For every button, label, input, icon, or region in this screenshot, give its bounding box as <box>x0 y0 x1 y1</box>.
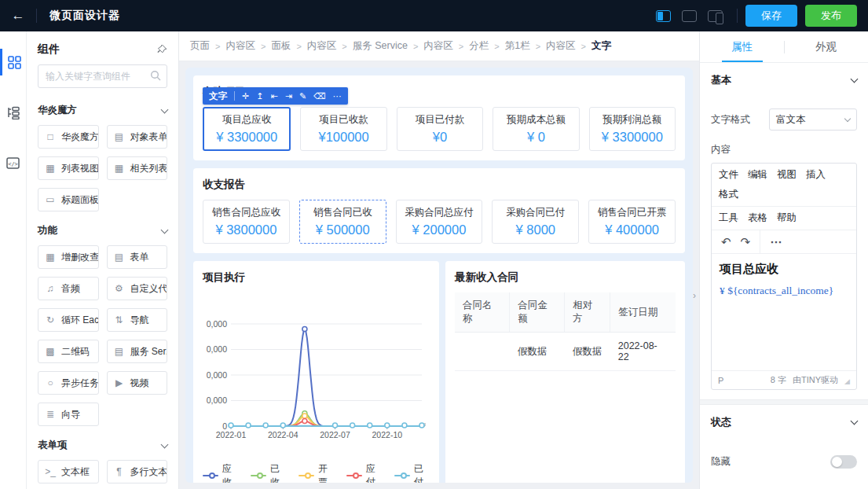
breadcrumb-item[interactable]: 内容区 <box>225 39 255 53</box>
page-surface[interactable]: 在建项目 文字 ✛↥⇤⇥✎⌫⋯ 项目总应收¥ 3300000项目已收款¥1000… <box>185 68 693 483</box>
editor-menu-item[interactable]: 表格 <box>744 209 771 227</box>
breadcrumb-item[interactable]: 内容区 <box>423 39 453 53</box>
stat-card[interactable]: 采购合同总应付¥ 200000 <box>396 200 483 244</box>
editor-menu-item[interactable]: 文件 <box>715 166 742 184</box>
project-execution-chart-panel[interactable]: 项目执行 0,0000,0000,0000,00002022-012022-04… <box>193 261 439 483</box>
component-item[interactable]: ≣向导 <box>38 403 99 426</box>
components-icon[interactable] <box>0 49 27 75</box>
redo-icon[interactable]: ↷ <box>741 236 751 248</box>
basic-section-header[interactable]: 基本 <box>700 63 868 97</box>
inspector-panel: 属性 外观 基本 文字格式 富文本 内容 文件编辑视图插入格式 工具表格帮助 ↶… <box>699 31 868 489</box>
back-arrow-icon[interactable]: ← <box>0 8 36 24</box>
stat-card[interactable]: 销售合同总应收¥ 3800000 <box>203 200 290 244</box>
search-input[interactable] <box>38 64 167 88</box>
component-item[interactable]: ▶视频 <box>107 371 168 395</box>
save-button[interactable]: 保存 <box>745 5 797 27</box>
code-icon[interactable]: </> <box>0 149 27 176</box>
component-item[interactable]: ▦相关列表 <box>107 156 168 180</box>
section-gap <box>700 399 868 405</box>
stat-card[interactable]: 项目已收款¥100000 <box>300 107 386 151</box>
insert-after-icon[interactable]: ⇥ <box>285 92 292 101</box>
editor-menu-item[interactable]: 插入 <box>802 166 830 184</box>
tab-properties[interactable]: 属性 <box>700 31 784 62</box>
component-item[interactable]: ▤对象表单 <box>107 125 168 149</box>
editor-menu-item[interactable]: 格式 <box>715 186 742 204</box>
breadcrumb-item[interactable]: 页面 <box>190 39 210 53</box>
component-item[interactable]: □华炎魔方... <box>38 125 99 149</box>
stat-card-value: ¥ 200000 <box>412 222 467 237</box>
component-item[interactable]: ¶多行文本框 <box>107 460 168 483</box>
stat-card[interactable]: 项目总应收¥ 3300000 <box>203 107 291 151</box>
legend-item[interactable]: 已收 <box>251 462 286 483</box>
editor-content-area[interactable]: 项目总应收 ¥ ${contracts_all_income} <box>712 254 856 370</box>
stat-card-label: 项目已付款 <box>416 113 465 127</box>
editor-more-icon[interactable]: ⋯ <box>760 235 792 249</box>
editor-menu-item[interactable]: 帮助 <box>773 209 800 227</box>
stat-card[interactable]: 预期利润总额¥ 3300000 <box>589 107 676 151</box>
breadcrumb-item[interactable]: 服务 Service <box>353 39 408 53</box>
component-item[interactable]: >_文本框 <box>38 460 99 483</box>
resize-grip-icon[interactable]: ◢ <box>844 377 850 385</box>
select-parent-icon[interactable]: ↥ <box>256 92 263 101</box>
more-icon[interactable]: ⋯ <box>333 92 342 101</box>
editor-menu-item[interactable]: 工具 <box>715 209 742 227</box>
stat-card[interactable]: 销售合同已开票¥ 400000 <box>588 200 676 244</box>
breadcrumb-separator: > <box>581 42 586 51</box>
legend-item[interactable]: 开票 <box>298 462 334 483</box>
legend-item[interactable]: 应付 <box>346 462 382 483</box>
component-item[interactable]: ▭标题面板 <box>38 188 99 211</box>
async-task-icon: ○ <box>45 377 56 388</box>
fullscreen-view-icon[interactable] <box>682 10 697 22</box>
component-item[interactable]: ▩二维码 <box>38 340 99 363</box>
pin-icon[interactable] <box>157 45 167 55</box>
text-format-select[interactable]: 富文本 <box>769 108 857 131</box>
editor-content-formula: ¥ ${contracts_all_income} <box>720 285 848 297</box>
editor-menu-item[interactable]: 编辑 <box>744 166 771 184</box>
state-section-header[interactable]: 状态 <box>700 405 868 439</box>
publish-button[interactable]: 发布 <box>805 5 857 27</box>
component-item[interactable]: ▤表单 <box>107 245 168 269</box>
desktop-split-view-icon[interactable] <box>656 10 671 22</box>
tab-appearance[interactable]: 外观 <box>784 31 868 62</box>
latest-contracts-table-panel[interactable]: 最新收入合同 合同名称合同金额相对方签订日期 假数据假数据2022-08-22 <box>445 261 685 483</box>
legend-item[interactable]: 应收 <box>203 462 238 483</box>
mobile-view-icon[interactable] <box>708 10 723 22</box>
undo-icon[interactable]: ↶ <box>721 236 731 248</box>
drag-move-icon[interactable]: ✛ <box>242 92 249 101</box>
breadcrumb-item[interactable]: 第1栏 <box>505 39 530 53</box>
component-item[interactable]: ⇅导航 <box>107 308 168 332</box>
stat-card[interactable]: 项目已付款¥0 <box>397 107 483 151</box>
legend-item[interactable]: 已付 <box>394 462 430 483</box>
breadcrumb-item[interactable]: 内容区 <box>546 39 576 53</box>
breadcrumb-item[interactable]: 面板 <box>271 39 291 53</box>
stat-card[interactable]: 销售合同已收¥ 500000 <box>299 200 386 244</box>
breadcrumb-item[interactable]: 内容区 <box>307 39 337 53</box>
outline-icon[interactable] <box>0 99 27 126</box>
component-group-header[interactable]: 华炎魔方 <box>38 96 167 125</box>
design-canvas: 页面>内容区>面板>内容区>服务 Service>内容区>分栏>第1栏>内容区>… <box>179 31 699 489</box>
component-item[interactable]: ♫音频 <box>38 277 99 300</box>
stat-card[interactable]: 采购合同已付¥ 8000 <box>492 200 579 244</box>
breadcrumb-item[interactable]: 文字 <box>591 39 611 53</box>
component-item-label: 对象表单 <box>130 131 168 144</box>
component-item[interactable]: ⚙自定义代码 <box>107 277 168 300</box>
editor-menu-item[interactable]: 视图 <box>773 166 800 184</box>
component-item[interactable]: ▤服务 Ser... <box>107 340 168 363</box>
service-section-panel[interactable]: 在建项目 文字 ✛↥⇤⇥✎⌫⋯ 项目总应收¥ 3300000项目已收款¥1000… <box>193 75 685 160</box>
component-item[interactable]: ↻循环 Each <box>38 308 99 332</box>
insert-before-icon[interactable]: ⇤ <box>270 92 277 101</box>
hidden-toggle[interactable] <box>830 455 857 469</box>
component-item[interactable]: ▦列表视图 <box>38 156 99 180</box>
delete-icon[interactable]: ⌫ <box>313 92 326 101</box>
report-section-panel[interactable]: 收支报告 销售合同总应收¥ 3800000销售合同已收¥ 500000采购合同总… <box>193 168 685 253</box>
svg-text:0,000: 0,000 <box>207 319 227 329</box>
component-item[interactable]: ○异步任务 <box>38 371 99 395</box>
breadcrumb-item[interactable]: 分栏 <box>469 39 489 53</box>
panel-collapse-icon[interactable]: › <box>690 285 699 307</box>
stat-card[interactable]: 预期成本总额¥ 0 <box>493 107 579 151</box>
component-item[interactable]: ▦增删改查 <box>38 245 99 269</box>
edit-icon[interactable]: ✎ <box>299 92 306 101</box>
component-group-header[interactable]: 功能 <box>38 216 167 245</box>
component-item-label: 导航 <box>130 314 149 327</box>
component-group-header[interactable]: 表单项 <box>38 431 167 460</box>
